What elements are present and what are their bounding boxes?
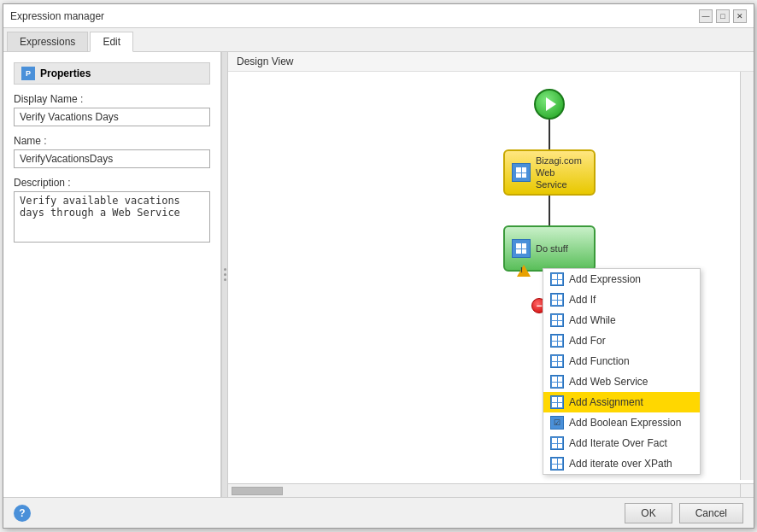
design-canvas: Bizagi.comWeb Service Do stuff (228, 72, 754, 497)
add-while-label: Add While (569, 314, 616, 326)
content-area: P Properties Display Name : Name : Descr… (3, 52, 754, 497)
description-textarea[interactable]: Verify available vacations days through … (14, 191, 210, 243)
name-field: Name : (14, 135, 210, 168)
dostuff-label: Do stuff (536, 243, 568, 254)
menu-add-assignment[interactable]: Add Assignment (543, 392, 700, 412)
add-iterate-fact-label: Add Iterate Over Fact (569, 437, 667, 449)
properties-header: P Properties (14, 62, 210, 85)
warn-triangle (517, 265, 531, 277)
window-controls: — □ ✕ (699, 9, 747, 23)
splitter-dot (224, 273, 226, 276)
webservice-label: Bizagi.comWeb Service (536, 155, 587, 191)
add-webservice-icon (550, 375, 564, 389)
webservice-icon (512, 163, 531, 182)
menu-add-while[interactable]: Add While (543, 310, 700, 330)
add-expression-label: Add Expression (569, 273, 641, 285)
add-for-label: Add For (569, 335, 606, 347)
menu-add-function[interactable]: Add Function (543, 351, 700, 371)
menu-add-expression[interactable]: Add Expression (543, 269, 700, 289)
window-title: Expression manager (10, 10, 104, 22)
add-iterate-xpath-icon (550, 457, 564, 471)
help-button[interactable]: ? (14, 505, 31, 522)
description-label: Description : (14, 177, 210, 189)
menu-add-if[interactable]: Add If (543, 289, 700, 310)
add-iterate-fact-icon (550, 436, 564, 450)
display-name-label: Display Name : (14, 93, 210, 105)
dostuff-icon (512, 239, 531, 258)
footer-buttons: OK Cancel (625, 503, 743, 523)
title-bar: Expression manager — □ ✕ (3, 4, 754, 28)
left-panel: P Properties Display Name : Name : Descr… (3, 52, 221, 497)
main-window: Expression manager — □ ✕ Expressions Edi… (3, 3, 754, 529)
add-expression-icon (550, 272, 564, 286)
add-boolean-label: Add Boolean Expression (569, 417, 681, 429)
add-if-label: Add If (569, 294, 596, 306)
right-panel: Design View (228, 52, 754, 497)
minimize-button[interactable]: — (699, 9, 713, 23)
warning-icon (517, 265, 531, 277)
display-name-field: Display Name : (14, 93, 210, 126)
ws-grid-icon (516, 167, 526, 178)
add-while-icon (550, 313, 564, 327)
add-iterate-xpath-label: Add iterate over XPath (569, 458, 672, 470)
play-icon (546, 97, 556, 111)
add-webservice-label: Add Web Service (569, 376, 648, 388)
display-name-input[interactable] (14, 108, 210, 126)
panel-splitter[interactable] (221, 52, 228, 497)
horizontal-scrollbar[interactable] (228, 483, 740, 497)
tab-expressions[interactable]: Expressions (7, 32, 88, 51)
description-field: Description : Verify available vacations… (14, 177, 210, 245)
add-for-icon (550, 334, 564, 348)
scroll-corner (740, 483, 754, 497)
splitter-dot (224, 278, 226, 281)
webservice-node[interactable]: Bizagi.comWeb Service (503, 149, 596, 196)
menu-add-webservice[interactable]: Add Web Service (543, 371, 700, 392)
tabs-bar: Expressions Edit (3, 28, 754, 52)
menu-add-boolean[interactable]: ☑ Add Boolean Expression (543, 412, 700, 433)
add-assignment-label: Add Assignment (569, 396, 643, 408)
add-function-label: Add Function (569, 355, 630, 367)
properties-label: Properties (40, 67, 91, 79)
dostuff-node[interactable]: Do stuff (503, 225, 596, 272)
context-menu: Add Expression Add If (543, 268, 701, 475)
properties-icon: P (21, 67, 35, 80)
cancel-button[interactable]: Cancel (679, 503, 743, 523)
h-scroll-thumb[interactable] (232, 487, 283, 495)
splitter-dot (224, 268, 226, 271)
menu-add-iterate-xpath[interactable]: Add iterate over XPath (543, 453, 700, 474)
menu-add-for[interactable]: Add For (543, 330, 700, 351)
vertical-scrollbar[interactable] (740, 72, 754, 480)
ok-button[interactable]: OK (625, 503, 672, 523)
footer: ? OK Cancel (3, 497, 754, 528)
close-button[interactable]: ✕ (733, 9, 747, 23)
start-node (534, 89, 565, 120)
tab-edit[interactable]: Edit (90, 32, 133, 52)
add-if-icon (550, 293, 564, 307)
flow-arrow-1 (549, 120, 550, 149)
name-label: Name : (14, 135, 210, 147)
maximize-button[interactable]: □ (716, 9, 730, 23)
add-boolean-icon: ☑ (550, 416, 564, 430)
flow-arrow-2 (549, 196, 550, 225)
add-function-icon (550, 354, 564, 368)
menu-add-iterate-fact[interactable]: Add Iterate Over Fact (543, 433, 700, 453)
design-view-header: Design View (228, 52, 754, 72)
add-assignment-icon (550, 395, 564, 409)
name-input[interactable] (14, 149, 210, 168)
ds-grid-icon (516, 243, 526, 254)
